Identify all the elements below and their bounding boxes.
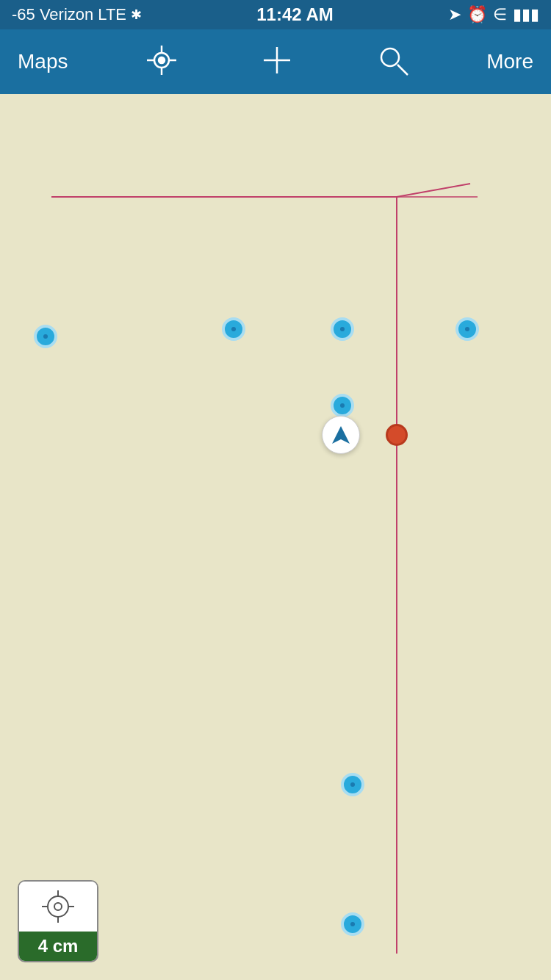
carrier-text: -65 Verizon bbox=[12, 5, 93, 24]
blue-dot-6[interactable] bbox=[341, 773, 364, 796]
status-time: 11:42 AM bbox=[256, 4, 333, 25]
scale-crosshair-icon bbox=[40, 889, 76, 924]
location-direction-button[interactable] bbox=[322, 416, 360, 454]
location-status-icon: ➤ bbox=[448, 5, 461, 24]
alarm-icon: ⏰ bbox=[467, 5, 487, 24]
more-button-nav[interactable]: More bbox=[486, 50, 533, 73]
status-icons: ➤ ⏰ ∈ ▮▮▮ bbox=[448, 5, 539, 24]
nav-bar: Maps More bbox=[0, 29, 551, 94]
status-bar: -65 Verizon LTE ✱ 11:42 AM ➤ ⏰ ∈ ▮▮▮ bbox=[0, 0, 551, 29]
battery-icon: ▮▮▮ bbox=[513, 5, 539, 24]
svg-point-14 bbox=[48, 896, 68, 917]
direction-icon bbox=[330, 424, 352, 446]
network-text: LTE bbox=[98, 5, 126, 24]
svg-line-9 bbox=[397, 65, 408, 75]
blue-dot-3[interactable] bbox=[331, 317, 354, 341]
more-label: More bbox=[486, 50, 533, 73]
lte-icon: ✱ bbox=[131, 7, 142, 23]
maps-label: Maps bbox=[18, 50, 68, 73]
add-button-nav[interactable] bbox=[255, 44, 299, 79]
scale-icon-area bbox=[19, 882, 97, 932]
bluetooth-icon: ∈ bbox=[493, 5, 507, 24]
scale-widget[interactable]: 4 cm bbox=[18, 880, 98, 962]
svg-point-8 bbox=[381, 48, 399, 66]
red-dot[interactable] bbox=[386, 424, 408, 446]
location-button-nav[interactable] bbox=[140, 44, 184, 79]
svg-point-15 bbox=[54, 903, 62, 910]
status-carrier: -65 Verizon LTE ✱ bbox=[12, 5, 142, 24]
search-icon bbox=[377, 44, 409, 79]
blue-dot-5[interactable] bbox=[331, 394, 354, 417]
location-icon bbox=[145, 44, 178, 79]
blue-dot-4[interactable] bbox=[455, 317, 479, 341]
map-lines bbox=[0, 94, 551, 980]
svg-line-11 bbox=[397, 184, 470, 197]
svg-point-5 bbox=[159, 57, 165, 63]
blue-dot-2[interactable] bbox=[222, 317, 245, 341]
blue-dot-1[interactable] bbox=[34, 325, 57, 348]
search-button-nav[interactable] bbox=[371, 44, 415, 79]
scale-label: 4 cm bbox=[19, 932, 97, 961]
maps-title: Maps bbox=[18, 50, 68, 73]
blue-dot-7[interactable] bbox=[341, 912, 364, 936]
add-icon bbox=[261, 44, 293, 79]
map-area[interactable]: 4 cm bbox=[0, 94, 551, 980]
